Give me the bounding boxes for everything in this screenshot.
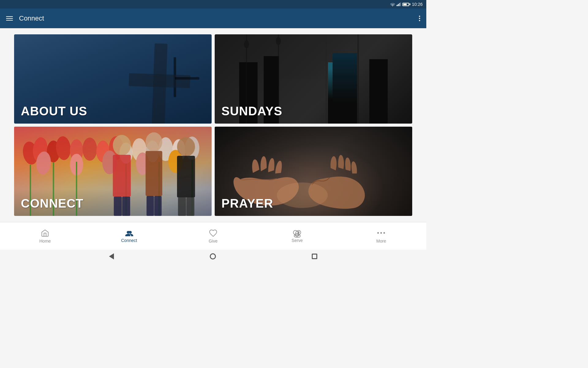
nav-label-more: More (376, 239, 386, 243)
svg-rect-45 (178, 197, 186, 216)
nav-label-serve: Serve (292, 238, 303, 243)
give-icon (209, 229, 217, 237)
app-bar: Connect (0, 9, 426, 28)
card-connect-label: CONNECT (21, 197, 84, 210)
nav-label-give: Give (209, 239, 218, 243)
svg-rect-37 (114, 197, 122, 216)
svg-point-7 (276, 37, 281, 45)
svg-point-43 (177, 137, 195, 156)
nav-item-connect[interactable]: Connect (114, 229, 145, 243)
nav-item-give[interactable]: Give (198, 229, 228, 243)
bottom-nav: Home Connect Give (0, 222, 426, 250)
wifi-icon (390, 2, 395, 6)
status-bar: 10:26 (0, 0, 426, 9)
svg-rect-0 (397, 5, 398, 6)
status-icons: 10:26 (390, 2, 423, 7)
svg-point-35 (113, 135, 131, 155)
card-prayer-label: PRAYER (221, 197, 273, 210)
svg-rect-42 (154, 196, 161, 216)
nav-label-home: Home (40, 239, 51, 243)
svg-rect-40 (145, 151, 162, 196)
menu-icon[interactable] (6, 16, 13, 21)
battery-icon (402, 3, 410, 6)
svg-rect-2 (399, 3, 400, 6)
nav-item-home[interactable]: Home (30, 229, 60, 243)
nav-label-connect: Connect (121, 238, 137, 243)
connect-group-icon (125, 229, 134, 238)
nav-item-more[interactable]: More (366, 229, 397, 243)
more-dots-icon (377, 229, 385, 237)
card-sundays[interactable]: SUNDAYS (215, 34, 412, 124)
status-time: 10:26 (412, 2, 423, 7)
more-vert-icon[interactable] (419, 16, 420, 21)
card-about-us[interactable]: ABOUT US (14, 34, 212, 124)
home-icon (41, 229, 49, 237)
home-button[interactable] (210, 253, 216, 259)
back-button[interactable] (109, 253, 114, 259)
nav-item-serve[interactable]: Serve (282, 229, 312, 243)
svg-rect-36 (113, 155, 131, 197)
svg-point-5 (244, 40, 249, 48)
main-content: ABOUT US SUNDAY (0, 28, 426, 222)
recents-button[interactable] (312, 254, 317, 259)
card-prayer[interactable]: PRAYER (215, 127, 412, 216)
svg-rect-41 (146, 196, 154, 216)
card-sundays-label: SUNDAYS (221, 104, 282, 118)
card-about-us-label: ABOUT US (21, 104, 87, 118)
signal-icon (397, 2, 401, 6)
system-nav-bar (0, 250, 426, 263)
card-connect[interactable]: CONNECT (14, 127, 212, 216)
svg-rect-38 (122, 197, 130, 216)
serve-hand-icon (293, 229, 301, 238)
svg-point-39 (145, 132, 162, 151)
svg-rect-3 (400, 2, 401, 6)
svg-rect-44 (177, 156, 195, 197)
svg-rect-1 (398, 4, 399, 6)
svg-rect-46 (186, 197, 194, 216)
cards-grid: ABOUT US SUNDAY (14, 34, 412, 216)
svg-point-47 (277, 182, 328, 208)
page-title: Connect (19, 14, 413, 22)
